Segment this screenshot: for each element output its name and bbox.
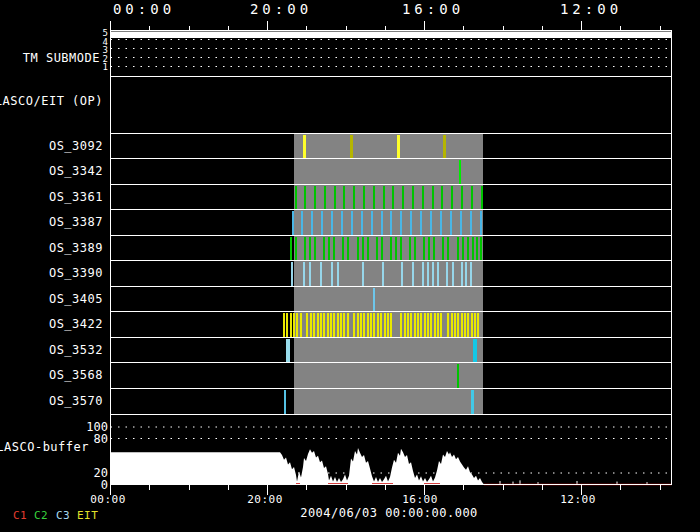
event-tick-OS_3422 <box>377 313 379 337</box>
event-tick-OS_3389 <box>480 237 482 260</box>
event-tick-OS_3422 <box>320 313 322 337</box>
event-tick-OS_3422 <box>286 313 288 337</box>
event-tick-OS_3092 <box>350 135 353 158</box>
event-tick-OS_3422 <box>414 313 416 337</box>
event-tick-OS_3390 <box>446 262 448 286</box>
event-tick-OS_3389 <box>400 237 402 260</box>
event-tick-OS_3390 <box>461 262 463 286</box>
event-tick-OS_3387 <box>430 211 432 235</box>
event-tick-OS_3422 <box>447 313 449 337</box>
event-tick-OS_3422 <box>417 313 419 337</box>
event-tick-OS_3389 <box>323 237 325 260</box>
event-tick-OS_3389 <box>295 237 297 260</box>
event-tick-OS_3422 <box>437 313 439 337</box>
event-tick-OS_3422 <box>296 313 298 337</box>
event-tick-OS_3422 <box>440 313 442 337</box>
event-tick-OS_3389 <box>428 237 430 260</box>
event-tick-OS_3422 <box>380 313 382 337</box>
event-tick-OS_3387 <box>381 211 383 235</box>
event-tick-OS_3361 <box>412 186 414 209</box>
event-tick-OS_3361 <box>304 186 306 209</box>
event-tick-OS_3390 <box>465 262 467 286</box>
event-tick-OS_3422 <box>430 313 432 337</box>
event-tick-OS_3389 <box>347 237 349 260</box>
event-tick-OS_3387 <box>321 211 323 235</box>
event-tick-OS_3361 <box>343 186 345 209</box>
event-tick-OS_3389 <box>328 237 330 260</box>
event-tick-OS_3389 <box>472 237 474 260</box>
event-tick-OS_3389 <box>304 237 306 260</box>
event-tick-OS_3422 <box>400 313 402 337</box>
event-tick-OS_3390 <box>382 262 384 286</box>
event-tick-OS_3422 <box>464 313 466 337</box>
event-tick-OS_3390 <box>422 262 424 286</box>
event-tick-OS_3361 <box>402 186 404 209</box>
event-tick-OS_3389 <box>367 237 369 260</box>
event-tick-OS_3389 <box>467 237 469 260</box>
event-tick-OS_3361 <box>314 186 316 209</box>
event-tick-OS_3387 <box>450 211 452 235</box>
event-tick-OS_3387 <box>301 211 303 235</box>
event-tick-OS_3361 <box>451 186 453 209</box>
event-tick-OS_3422 <box>434 313 436 337</box>
event-tick-OS_3532 <box>473 339 477 362</box>
event-tick-OS_3387 <box>311 211 313 235</box>
event-tick-OS_3387 <box>361 211 363 235</box>
event-tick-OS_3422 <box>477 313 479 337</box>
event-tick-OS_3422 <box>333 313 335 337</box>
event-tick-OS_3361 <box>363 186 365 209</box>
event-tick-OS_3422 <box>424 313 426 337</box>
event-tick-OS_3390 <box>320 262 322 286</box>
event-tick-OS_3389 <box>390 237 392 260</box>
event-tick-OS_3389 <box>395 237 397 260</box>
event-tick-OS_3422 <box>404 313 406 337</box>
event-tick-OS_3390 <box>401 262 403 286</box>
event-tick-OS_3422 <box>370 313 372 337</box>
event-tick-OS_3389 <box>357 237 359 260</box>
event-tick-OS_3422 <box>471 313 473 337</box>
event-tick-OS_3422 <box>306 313 308 337</box>
event-tick-OS_3422 <box>363 313 365 337</box>
event-tick-OS_3390 <box>412 262 414 286</box>
event-tick-OS_3422 <box>373 313 375 337</box>
event-tick-OS_3387 <box>410 211 412 235</box>
event-tick-OS_3390 <box>470 262 472 286</box>
event-tick-OS_3092 <box>303 135 306 158</box>
event-tick-OS_3390 <box>303 262 305 286</box>
event-tick-OS_3422 <box>451 313 453 337</box>
event-tick-OS_3422 <box>337 313 339 337</box>
event-tick-OS_3361 <box>422 186 424 209</box>
event-tick-OS_3361 <box>324 186 326 209</box>
event-tick-OS_3422 <box>390 313 392 337</box>
event-tick-OS_3389 <box>462 237 464 260</box>
event-tick-OS_3422 <box>410 313 412 337</box>
event-tick-OS_3389 <box>309 237 311 260</box>
event-tick-OS_3568 <box>457 364 459 388</box>
event-tick-OS_3422 <box>330 313 332 337</box>
event-tick-OS_3389 <box>333 237 335 260</box>
event-tick-OS_3387 <box>480 211 482 235</box>
event-tick-OS_3422 <box>300 313 302 337</box>
event-tick-OS_3361 <box>471 186 473 209</box>
buffer-area <box>110 448 484 484</box>
event-tick-OS_3389 <box>476 237 478 260</box>
event-tick-OS_3361 <box>461 186 463 209</box>
event-tick-OS_3422 <box>310 313 312 337</box>
event-tick-OS_3361 <box>441 186 443 209</box>
event-tick-OS_3342 <box>459 160 461 184</box>
event-tick-OS_3361 <box>373 186 375 209</box>
event-tick-OS_3389 <box>290 237 292 260</box>
event-tick-OS_3422 <box>343 313 345 337</box>
event-tick-OS_3387 <box>341 211 343 235</box>
event-tick-OS_3422 <box>340 313 342 337</box>
event-tick-OS_3390 <box>452 262 454 286</box>
event-tick-OS_3361 <box>432 186 434 209</box>
event-tick-OS_3422 <box>283 313 285 337</box>
event-tick-OS_3361 <box>392 186 394 209</box>
event-tick-OS_3390 <box>432 262 434 286</box>
event-tick-OS_3422 <box>474 313 476 337</box>
shaded-region <box>294 134 483 414</box>
plot-canvas <box>0 0 700 532</box>
event-tick-OS_3387 <box>292 211 294 235</box>
event-tick-OS_3389 <box>433 237 435 260</box>
